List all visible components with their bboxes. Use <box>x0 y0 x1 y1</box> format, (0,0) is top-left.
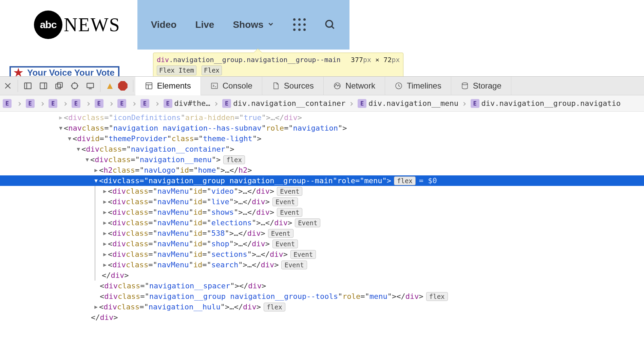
tooltip-classes: .navigation__group.navigation__group--ma… <box>169 56 341 64</box>
nav-search-button[interactable] <box>324 19 336 31</box>
banner-text: Your Voice Your Vote <box>27 68 115 77</box>
element-inspect-tooltip: div.navigation__group.navigation__group-… <box>153 53 403 76</box>
grid-icon <box>293 18 306 31</box>
nav-menu-grid-icon[interactable] <box>293 18 306 31</box>
nav-item-shows[interactable]: Shows <box>233 19 274 30</box>
tooltip-tag: div <box>157 56 169 64</box>
svg-point-0 <box>326 20 333 27</box>
logo-wordmark: NEWS <box>64 14 120 36</box>
inspected-page-preview: abc NEWS Video Live Shows ★ Your Voice Y… <box>0 0 644 76</box>
chevron-down-icon <box>267 19 274 30</box>
nav-item-live[interactable]: Live <box>195 19 214 30</box>
nav-item-video[interactable]: Video <box>151 19 177 30</box>
logo-circle: abc <box>34 11 62 39</box>
tooltip-dimensions: 377px × 72px <box>351 55 400 64</box>
nav-group-highlighted: Video Live Shows <box>137 0 349 50</box>
nav-item-shows-label: Shows <box>233 19 263 30</box>
search-icon <box>324 19 336 31</box>
star-icon: ★ <box>13 70 24 75</box>
tooltip-badge-flex: Flex <box>202 65 222 75</box>
site-header: abc NEWS Video Live Shows <box>0 0 644 49</box>
svg-line-1 <box>332 26 334 28</box>
site-logo[interactable]: abc NEWS <box>34 11 120 39</box>
tooltip-badge-flex-item: Flex Item <box>157 65 196 75</box>
election-banner-partial: ★ Your Voice Your Vote <box>10 66 119 76</box>
